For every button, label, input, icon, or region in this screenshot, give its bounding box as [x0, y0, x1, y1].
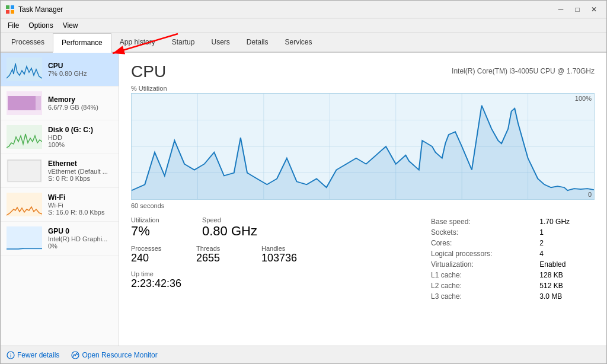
- open-resource-monitor-button[interactable]: Open Resource Monitor: [71, 351, 157, 359]
- right-stats: Base speed: 1.70 GHz Sockets: 1 Cores: 2: [429, 216, 595, 302]
- tab-details[interactable]: Details: [238, 33, 277, 53]
- virtualization-label: Virtualization:: [429, 259, 537, 270]
- chart-max-label: 100%: [575, 95, 592, 102]
- ethernet-name: Ethernet: [48, 159, 113, 168]
- app-icon: [5, 5, 15, 14]
- cpu-chart-svg: [132, 94, 594, 199]
- sidebar-item-ethernet[interactable]: Ethernet vEthernet (Default ... S: 0 R: …: [1, 154, 119, 188]
- minimize-button[interactable]: ─: [553, 4, 568, 15]
- fewer-details-label: Fewer details: [17, 351, 59, 359]
- tab-app-history[interactable]: App history: [111, 33, 164, 53]
- disk-thumbnail: [7, 125, 42, 149]
- sidebar: CPU 7% 0.80 GHz Memory 6.6/7.9 GB (84%): [1, 53, 119, 346]
- sockets-value: 1: [537, 227, 595, 238]
- stats-row1: Utilization 7% Speed 0.80 GHz: [131, 216, 417, 239]
- resource-monitor-icon: [71, 351, 79, 359]
- footer: i Fewer details Open Resource Monitor: [1, 346, 606, 363]
- disk-info: Disk 0 (G: C:) HDD 100%: [48, 126, 113, 148]
- cores-value: 2: [537, 238, 595, 248]
- l2-label: L2 cache:: [429, 280, 537, 291]
- window-title: Task Manager: [18, 5, 63, 14]
- logical-value: 4: [537, 248, 595, 259]
- stat-speed: Speed 0.80 GHz: [202, 216, 257, 239]
- disk-sub2: 100%: [48, 141, 113, 148]
- sidebar-item-disk[interactable]: Disk 0 (G: C:) HDD 100%: [1, 120, 119, 154]
- gpu-thumbnail: [7, 226, 42, 250]
- detail-title: CPU: [131, 62, 166, 81]
- memory-name: Memory: [48, 95, 113, 104]
- tab-startup[interactable]: Startup: [164, 33, 203, 53]
- svg-rect-1: [11, 5, 14, 9]
- detail-subtitle: Intel(R) Core(TM) i3-4005U CPU @ 1.70GHz: [452, 67, 595, 75]
- threads-label: Threads: [196, 245, 244, 252]
- tab-services[interactable]: Services: [277, 33, 321, 53]
- l3-value: 3.0 MB: [537, 291, 595, 302]
- wifi-sub1: Wi-Fi: [48, 202, 113, 209]
- sidebar-item-gpu[interactable]: GPU 0 Intel(R) HD Graphi... 0%: [1, 222, 119, 256]
- processes-value: 240: [131, 252, 178, 264]
- menu-file[interactable]: File: [3, 20, 24, 31]
- memory-info: Memory 6.6/7.9 GB (84%): [48, 95, 113, 111]
- uptime-label: Up time: [131, 270, 417, 277]
- speed-label: Speed: [202, 216, 257, 223]
- tab-performance[interactable]: Performance: [53, 33, 111, 53]
- fewer-details-button[interactable]: i Fewer details: [7, 351, 59, 359]
- svg-marker-18: [132, 106, 594, 199]
- wifi-info: Wi-Fi Wi-Fi S: 16.0 R: 8.0 Kbps: [48, 193, 113, 216]
- svg-text:i: i: [10, 353, 11, 359]
- threads-value: 2655: [196, 252, 244, 264]
- window: Task Manager ─ □ ✕ File Options View Pro…: [0, 0, 607, 364]
- handles-label: Handles: [261, 245, 309, 252]
- sidebar-item-memory[interactable]: Memory 6.6/7.9 GB (84%): [1, 87, 119, 120]
- wifi-thumbnail: [7, 193, 42, 216]
- handles-value: 103736: [261, 252, 309, 264]
- cores-label: Cores:: [429, 238, 537, 248]
- close-button[interactable]: ✕: [586, 4, 602, 15]
- tab-processes[interactable]: Processes: [3, 33, 53, 53]
- menu-bar: File Options View: [1, 18, 606, 33]
- l2-value: 512 KB: [537, 280, 595, 291]
- gpu-sub1: Intel(R) HD Graphi...: [48, 235, 113, 242]
- tab-users[interactable]: Users: [203, 33, 238, 53]
- menu-view[interactable]: View: [58, 20, 83, 31]
- menu-options[interactable]: Options: [24, 20, 57, 31]
- chart-time: 60 seconds: [131, 202, 595, 209]
- sidebar-item-wifi[interactable]: Wi-Fi Wi-Fi S: 16.0 R: 8.0 Kbps: [1, 188, 119, 222]
- title-bar: Task Manager ─ □ ✕: [1, 1, 606, 18]
- tabs-bar: Processes Performance App history Startu…: [1, 33, 606, 53]
- stat-handles: Handles 103736: [261, 245, 309, 264]
- main-content: CPU 7% 0.80 GHz Memory 6.6/7.9 GB (84%): [1, 53, 606, 346]
- fewer-details-icon: i: [7, 351, 15, 359]
- base-speed-value: 1.70 GHz: [537, 216, 595, 227]
- open-resource-monitor-label: Open Resource Monitor: [82, 351, 157, 359]
- stat-utilization: Utilization 7%: [131, 216, 178, 239]
- ethernet-sub2: S: 0 R: 0 Kbps: [48, 175, 113, 182]
- cpu-name: CPU: [48, 62, 113, 70]
- sidebar-item-cpu[interactable]: CPU 7% 0.80 GHz: [1, 53, 119, 87]
- l1-value: 128 KB: [537, 270, 595, 280]
- stat-threads: Threads 2655: [196, 245, 244, 264]
- svg-rect-8: [8, 160, 41, 181]
- stats-row2: Processes 240 Threads 2655 Handles 10373…: [131, 245, 417, 264]
- cpu-thumbnail: [7, 58, 42, 81]
- processes-label: Processes: [131, 245, 178, 252]
- l3-label: L3 cache:: [429, 291, 537, 302]
- ethernet-thumbnail: [7, 159, 42, 183]
- virtualization-value: Enabled: [537, 259, 595, 270]
- base-speed-label: Base speed:: [429, 216, 537, 227]
- stat-uptime: Up time 2:23:42:36: [131, 270, 417, 290]
- uptime-value: 2:23:42:36: [131, 277, 417, 290]
- gpu-name: GPU 0: [48, 227, 113, 235]
- cpu-chart: 100% 0: [131, 93, 595, 200]
- cpu-info: CPU 7% 0.80 GHz: [48, 62, 113, 77]
- stat-processes: Processes 240: [131, 245, 178, 264]
- memory-sub: 6.6/7.9 GB (84%): [48, 104, 113, 111]
- detail-panel: CPU Intel(R) Core(TM) i3-4005U CPU @ 1.7…: [119, 53, 606, 346]
- window-controls: ─ □ ✕: [553, 4, 602, 15]
- gpu-sub2: 0%: [48, 242, 113, 250]
- svg-rect-2: [6, 10, 9, 14]
- svg-rect-7: [8, 96, 36, 110]
- gpu-info: GPU 0 Intel(R) HD Graphi... 0%: [48, 227, 113, 250]
- svg-rect-3: [11, 10, 14, 14]
- maximize-button[interactable]: □: [570, 4, 585, 15]
